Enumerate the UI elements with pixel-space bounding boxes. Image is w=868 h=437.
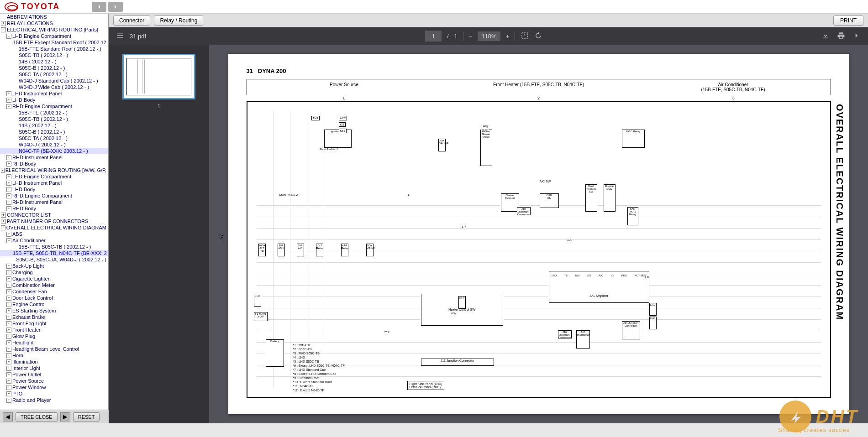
tree-item[interactable]: W04D-J Wide Cab ( 2002.12 - )	[0, 84, 108, 90]
tree-item[interactable]: S05C-TB ( 2002.12 - )	[0, 116, 108, 122]
tree-item[interactable]: 15B-FTE, S05C-TB, N04C-TF (BE-XXX: 2	[0, 250, 108, 256]
scroll-left-button[interactable]: ◄	[3, 412, 13, 421]
tree-item[interactable]: +RHD:Instrument Panel	[0, 199, 108, 205]
tree-item[interactable]: +PTO	[0, 390, 108, 397]
expand-icon[interactable]: +	[6, 308, 11, 313]
tree-item[interactable]: S05C-B ( 2002.12 - )	[0, 65, 108, 71]
tree-item[interactable]: +LHD:Body	[0, 97, 108, 103]
navigation-tree[interactable]: ABBREVIATIONS+RELAY LOCATIONS-ELECTRICAL…	[0, 14, 109, 410]
expand-icon[interactable]: +	[6, 347, 11, 352]
tree-item[interactable]: +RELAY LOCATIONS	[0, 20, 108, 26]
expand-icon[interactable]: +	[6, 193, 11, 198]
tree-item[interactable]: +Glow Plug	[0, 333, 108, 339]
expand-icon[interactable]: +	[6, 372, 11, 377]
tree-item[interactable]: +Illumination	[0, 359, 108, 365]
expand-icon[interactable]: +	[1, 21, 6, 26]
tree-item[interactable]: +Power Window	[0, 384, 108, 390]
tree-item[interactable]: 14B ( 2002.12 - )	[0, 58, 108, 65]
tree-item[interactable]: S05C-TA ( 2002.12 - )	[0, 135, 108, 141]
expand-icon[interactable]: +	[6, 270, 11, 275]
tree-item[interactable]: +Exhaust Brake	[0, 314, 108, 320]
collapse-icon[interactable]: -	[6, 238, 11, 243]
expand-icon[interactable]: +	[6, 334, 11, 339]
connector-button[interactable]: Connector	[113, 16, 150, 26]
expand-icon[interactable]: +	[6, 302, 11, 307]
tree-item[interactable]: S05C-TB ( 2002.12 - )	[0, 52, 108, 58]
page-canvas[interactable]: – 57 – OVERALL ELECTRICAL WIRING DIAGRAM…	[209, 45, 868, 423]
expand-icon[interactable]: +	[6, 315, 11, 320]
tree-item[interactable]: 15B-FTE Except Standard Roof ( 2002.12	[0, 39, 108, 46]
tree-item[interactable]: +Back-Up Light	[0, 263, 108, 269]
expand-icon[interactable]: +	[6, 232, 11, 237]
expand-icon[interactable]: +	[6, 296, 11, 301]
expand-icon[interactable]: +	[1, 219, 6, 224]
tree-item[interactable]: 15B-FTE, S05C-TB ( 2002.12 - )	[0, 244, 108, 250]
tree-item[interactable]: +RHD:Body	[0, 161, 108, 167]
expand-icon[interactable]: +	[6, 181, 11, 186]
tree-item[interactable]: -ELECTRICAL WIRING ROUTING [Parts]	[0, 26, 108, 33]
expand-icon[interactable]: +	[6, 340, 11, 345]
collapse-icon[interactable]: -	[1, 225, 5, 230]
tree-item[interactable]: -ELECTRICAL WIRING ROUTING [W/W, G/P,	[0, 167, 108, 173]
expand-icon[interactable]: +	[6, 398, 11, 403]
tree-item[interactable]: +Radio and Player	[0, 397, 108, 403]
print-button[interactable]: PRINT	[833, 16, 863, 26]
expand-icon[interactable]: +	[6, 264, 11, 269]
tree-item[interactable]: S05C-B, S05C-TA, W04D-J ( 2002.12 - )	[0, 256, 108, 263]
tree-item[interactable]: +Combination Meter	[0, 282, 108, 288]
tree-item[interactable]: +ABS	[0, 231, 108, 237]
tree-close-button[interactable]: TREE CLOSE	[16, 412, 58, 421]
expand-icon[interactable]: +	[6, 174, 11, 179]
tree-item[interactable]: +Headlight Beam Level Control	[0, 346, 108, 352]
expand-icon[interactable]: +	[6, 200, 11, 205]
tree-item[interactable]: -LHD:Engine Compartment	[0, 33, 108, 39]
tree-item[interactable]: ABBREVIATIONS	[0, 14, 108, 20]
tree-item[interactable]: N04C-TF (BE-XXX: 2003.12 - )	[0, 148, 108, 154]
fit-page-button[interactable]	[521, 31, 529, 41]
tree-item[interactable]: +Headlight	[0, 339, 108, 346]
tree-item[interactable]: +Front Heater	[0, 327, 108, 333]
collapse-icon[interactable]: -	[6, 34, 11, 39]
expand-icon[interactable]: +	[6, 155, 11, 160]
tree-item[interactable]: +RHD:Instrument Panel	[0, 154, 108, 161]
expand-icon[interactable]: +	[6, 391, 11, 396]
page-thumbnail[interactable]	[122, 54, 195, 99]
tree-item[interactable]: S05C-B ( 2002.12 - )	[0, 129, 108, 135]
expand-icon[interactable]: +	[6, 283, 11, 288]
tree-item[interactable]: +Engine Control	[0, 301, 108, 307]
expand-icon[interactable]: +	[6, 328, 11, 333]
tree-item[interactable]: +Power Source	[0, 378, 108, 384]
tree-item[interactable]: +Interior Light	[0, 365, 108, 371]
expand-icon[interactable]: +	[6, 366, 11, 371]
tree-item[interactable]: W04D-J Standard Cab ( 2002.12 - )	[0, 78, 108, 84]
expand-icon[interactable]: +	[6, 91, 11, 96]
page-number-input[interactable]	[425, 31, 442, 42]
tree-item[interactable]: +Power Outlet	[0, 371, 108, 378]
nav-back-button[interactable]	[92, 2, 106, 12]
tree-item[interactable]: +CONNECTOR LIST	[0, 212, 108, 218]
collapse-icon[interactable]: -	[1, 168, 5, 173]
collapse-icon[interactable]: -	[1, 27, 6, 32]
download-button[interactable]	[821, 31, 830, 41]
tree-item[interactable]: S05C-TA ( 2002.12 - )	[0, 71, 108, 78]
print-pdf-button[interactable]	[837, 31, 845, 41]
expand-icon[interactable]: +	[6, 359, 11, 364]
reset-button[interactable]: RESET	[73, 412, 100, 421]
tree-item[interactable]: +Front Fog Light	[0, 320, 108, 327]
expand-icon[interactable]: +	[6, 98, 11, 103]
expand-icon[interactable]: +	[6, 187, 11, 192]
scroll-right-button[interactable]: ►	[60, 412, 70, 421]
tree-item[interactable]: +Door Lock Control	[0, 295, 108, 301]
zoom-in-button[interactable]: +	[506, 33, 510, 40]
expand-icon[interactable]: +	[6, 379, 11, 384]
tree-item[interactable]: +LHD:Instrument Panel	[0, 180, 108, 186]
tree-item[interactable]: W04D-J ( 2002.12 - )	[0, 141, 108, 148]
zoom-out-button[interactable]: −	[469, 33, 473, 40]
nav-forward-button[interactable]	[108, 2, 123, 12]
expand-icon[interactable]: +	[6, 289, 11, 294]
rotate-button[interactable]	[534, 31, 542, 41]
expand-icon[interactable]: +	[6, 161, 11, 166]
tree-item[interactable]: +RHD:Body	[0, 205, 108, 212]
tree-item[interactable]: +Horn	[0, 352, 108, 359]
expand-icon[interactable]: +	[6, 276, 11, 281]
